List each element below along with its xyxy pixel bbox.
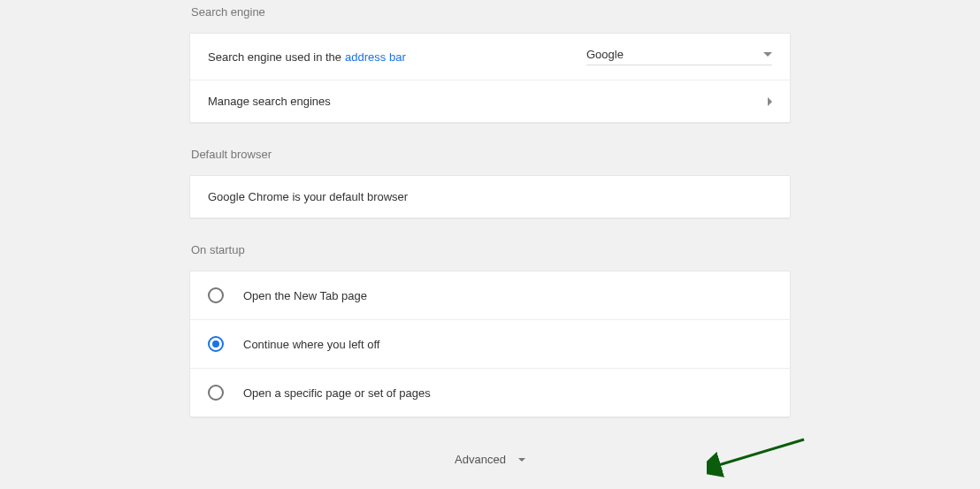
chevron-right-icon [768, 97, 772, 106]
svg-line-0 [716, 439, 804, 466]
search-engine-card: Search engine used in the address bar Go… [189, 33, 791, 123]
manage-search-engines-row[interactable]: Manage search engines [190, 80, 790, 122]
default-browser-status: Google Chrome is your default browser [208, 190, 408, 203]
startup-option-label: Open the New Tab page [243, 289, 367, 302]
annotation-arrow [707, 435, 813, 479]
startup-option-label: Open a specific page or set of pages [243, 386, 431, 400]
radio-button [208, 287, 224, 303]
manage-search-engines-label: Manage search engines [208, 95, 331, 108]
on-startup-card: Open the New Tab page Continue where you… [189, 271, 791, 417]
advanced-toggle[interactable]: Advanced [189, 453, 791, 466]
startup-option-label: Continue where you left off [243, 338, 379, 351]
radio-button [208, 336, 224, 352]
address-bar-link[interactable]: address bar [345, 50, 406, 64]
search-engine-address-bar-row: Search engine used in the address bar Go… [190, 34, 790, 80]
section-title-search-engine: Search engine [189, 5, 791, 19]
search-engine-selected-value: Google [586, 48, 624, 61]
startup-option-specific-pages[interactable]: Open a specific page or set of pages [190, 368, 790, 416]
section-title-default-browser: Default browser [189, 148, 791, 161]
section-title-on-startup: On startup [189, 243, 791, 256]
startup-option-continue[interactable]: Continue where you left off [190, 319, 790, 368]
startup-option-new-tab[interactable]: Open the New Tab page [190, 271, 790, 319]
search-engine-dropdown[interactable]: Google [586, 48, 772, 65]
radio-button [208, 385, 224, 401]
advanced-label: Advanced [455, 453, 506, 466]
chevron-down-icon [763, 52, 772, 57]
search-engine-label-prefix: Search engine used in the [208, 50, 341, 64]
chevron-down-icon [518, 458, 525, 462]
default-browser-card: Google Chrome is your default browser [189, 175, 791, 218]
